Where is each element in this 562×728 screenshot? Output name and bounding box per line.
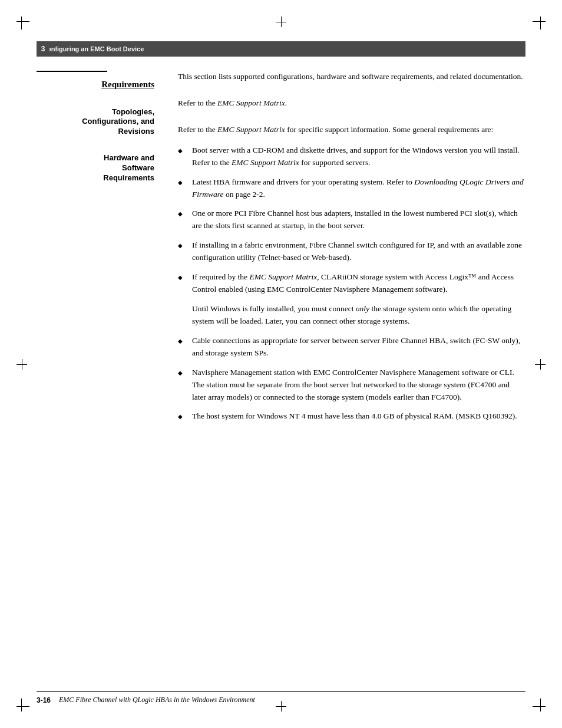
bullet-diamond: ◆ (178, 412, 187, 421)
topologies-text-plain: Refer to the (178, 98, 217, 107)
requirements-block: This section lists supported configurati… (178, 71, 525, 83)
list-item: ◆ If installing in a fabric environment,… (178, 239, 525, 264)
corner-mark-br (529, 695, 546, 711)
hardware-intro: Refer to the EMC Support Matrix for spec… (178, 124, 525, 136)
bullet-text-2: Latest HBA firmware and drivers for your… (192, 176, 525, 201)
sidebar-section-topologies: Topologies,Configurations, andRevisions (37, 107, 154, 137)
requirements-list: ◆ Boot server with a CD-ROM and diskette… (178, 144, 525, 296)
bullet-text-5: If required by the EMC Support Matrix, C… (192, 271, 525, 296)
list-item: ◆ One or more PCI Fibre Channel host bus… (178, 207, 525, 232)
sidebar-heading-topologies: Topologies,Configurations, andRevisions (82, 107, 154, 136)
footer-page-number: 3-16 (37, 696, 51, 704)
list-item: ◆ Latest HBA firmware and drivers for yo… (178, 176, 525, 201)
corner-mark-bl (16, 695, 33, 711)
bullet-text-8: The host system for Windows NT 4 must ha… (192, 410, 525, 423)
requirements-list-2: ◆ Cable connections as appropriate for s… (178, 335, 525, 423)
chapter-tab: 3 (37, 41, 49, 57)
corner-mark-tl (16, 17, 33, 33)
hardware-intro-text2: for specific support information. Some g… (285, 125, 494, 134)
header-bar: Configuring an EMC Boot Device (37, 41, 525, 57)
sidebar-heading-hardware: Hardware andSoftwareRequirements (103, 153, 154, 182)
topologies-end: . (285, 98, 287, 107)
header-title: Configuring an EMC Boot Device (42, 45, 144, 52)
corner-mark-tr (529, 17, 546, 33)
list-item: ◆ Navisphere Management station with EMC… (178, 367, 525, 404)
hardware-block: Refer to the EMC Support Matrix for spec… (178, 124, 525, 423)
center-mark-top (276, 17, 286, 27)
bullet-diamond: ◆ (178, 368, 187, 378)
bullet-diamond: ◆ (178, 178, 187, 187)
bullet-text-6: Cable connections as appropriate for ser… (192, 335, 525, 360)
sidebar-section-requirements: Requirements (37, 79, 154, 91)
footer-text: EMC Fibre Channel with QLogic HBAs in th… (59, 696, 255, 704)
requirements-intro-text: This section lists supported configurati… (178, 71, 525, 83)
center-mark-left (16, 359, 27, 370)
sidebar-divider (37, 71, 107, 72)
topologies-ref: EMC Support Matrix (217, 98, 285, 107)
center-mark-right (535, 359, 546, 370)
bullet-text-3: One or more PCI Fibre Channel host bus a… (192, 207, 525, 232)
list-item: ◆ If required by the EMC Support Matrix,… (178, 271, 525, 296)
bullet-diamond: ◆ (178, 146, 187, 156)
topologies-text: Refer to the EMC Support Matrix. (178, 97, 525, 110)
bullet-diamond: ◆ (178, 273, 187, 282)
note-paragraph: Until Windows is fully installed, you mu… (192, 303, 525, 328)
main-content: This section lists supported configurati… (166, 57, 525, 687)
bullet-text-7: Navisphere Management station with EMC C… (192, 367, 525, 404)
bullet-text-4: If installing in a fabric environment, F… (192, 239, 525, 264)
topologies-block: Refer to the EMC Support Matrix. (178, 97, 525, 110)
list-item: ◆ Boot server with a CD-ROM and diskette… (178, 144, 525, 169)
footer: 3-16 EMC Fibre Channel with QLogic HBAs … (37, 691, 525, 704)
bullet-text-1: Boot server with a CD-ROM and diskette d… (192, 144, 525, 169)
bullet-diamond: ◆ (178, 337, 187, 346)
list-item: ◆ Cable connections as appropriate for s… (178, 335, 525, 360)
hardware-intro-ref: EMC Support Matrix (217, 125, 285, 134)
bullet-diamond: ◆ (178, 209, 187, 219)
sidebar-section-hardware: Hardware andSoftwareRequirements (37, 153, 154, 183)
content-area: Requirements Topologies,Configurations, … (37, 57, 525, 687)
sidebar: Requirements Topologies,Configurations, … (37, 57, 166, 687)
sidebar-heading-requirements: Requirements (101, 80, 154, 89)
bullet-diamond: ◆ (178, 241, 187, 251)
hardware-intro-text1: Refer to the (178, 125, 217, 134)
list-item: ◆ The host system for Windows NT 4 must … (178, 410, 525, 423)
